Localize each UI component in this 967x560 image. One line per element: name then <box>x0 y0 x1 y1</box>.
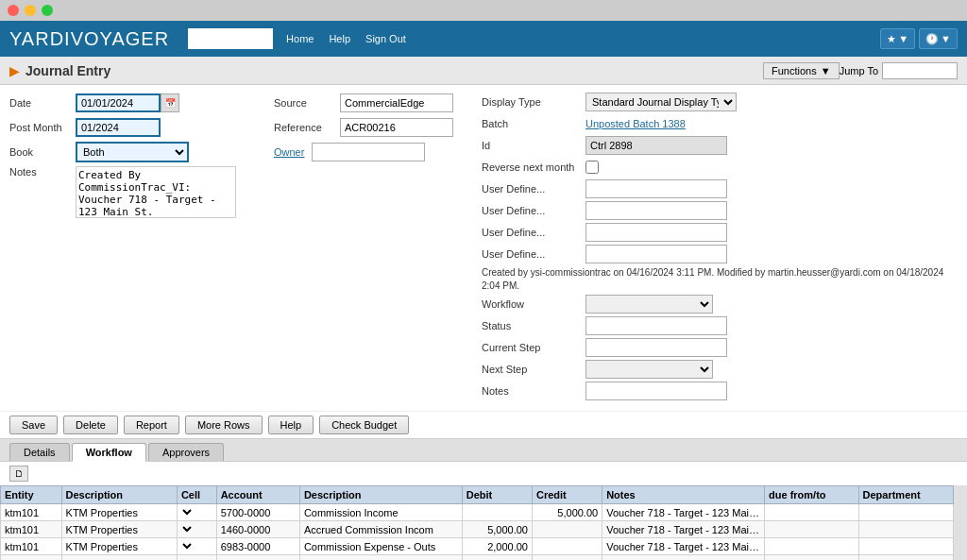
post-month-row: Post Month <box>9 117 255 138</box>
current-step-input[interactable] <box>585 338 727 357</box>
date-input[interactable] <box>76 93 161 112</box>
cell-cell[interactable] <box>177 504 216 521</box>
next-step-label: Next Step <box>482 364 585 375</box>
cell-desc2: Accrued Commission Incom <box>299 521 462 538</box>
book-label: Book <box>9 146 76 158</box>
cell-entity: ktm101 <box>1 521 62 538</box>
date-row: Date 📅 <box>9 93 255 113</box>
userdefine1-label: User Define... <box>482 183 585 195</box>
display-type-label: Display Type <box>482 96 585 108</box>
owner-input[interactable] <box>312 143 425 161</box>
owner-row: Owner <box>274 142 463 162</box>
batch-link[interactable]: Unposted Batch 1388 <box>585 118 686 129</box>
star-icon: ★ <box>887 33 896 45</box>
maximize-btn[interactable] <box>42 5 53 16</box>
id-row: Id <box>482 136 958 155</box>
table-row[interactable]: ktm101 KTM Properties 5700-0000 Commissi… <box>1 504 954 521</box>
current-step-label: Current Step <box>482 342 585 353</box>
id-input[interactable] <box>585 136 727 155</box>
nav-signout[interactable]: Sign Out <box>358 33 414 44</box>
table-toolbar: 🗋 <box>0 462 967 485</box>
reverse-label: Reverse next month <box>482 161 585 173</box>
cell-notes: Voucher 718 - Target - 123 Main St. <box>602 555 765 561</box>
cell-entity: ktm101 <box>1 555 62 561</box>
cell-due <box>765 538 859 555</box>
post-month-label: Post Month <box>9 122 76 133</box>
userdefine4-row: User Define... <box>482 245 958 263</box>
post-month-input[interactable] <box>76 118 161 137</box>
table-row[interactable]: ktm101 KTM Properties 6983-0000 Commissi… <box>1 538 954 555</box>
tab-approvers[interactable]: Approvers <box>148 443 224 461</box>
help-button[interactable]: Help <box>268 416 314 434</box>
col-due: due from/to <box>765 486 859 504</box>
reference-label: Reference <box>274 122 340 133</box>
nav-right: ★ ▼ 🕐 ▼ <box>880 28 958 49</box>
clock-icon: 🕐 <box>925 33 939 45</box>
cell-credit: 5,000.00 <box>532 504 602 521</box>
star-dropdown-icon: ▼ <box>898 33 908 44</box>
report-button[interactable]: Report <box>124 416 179 434</box>
cell-entity: ktm101 <box>1 504 62 521</box>
book-select[interactable]: Both Cash Accrual <box>76 142 189 162</box>
cell-dept <box>858 504 953 521</box>
table-row[interactable]: ktm101 KTM Properties 1460-0000 Accrued … <box>1 521 954 538</box>
notes-row: Notes Created By CommissionTrac_VI: Vouc… <box>9 166 255 218</box>
tab-workflow[interactable]: Workflow <box>72 443 146 462</box>
id-label: Id <box>482 140 585 151</box>
display-type-select[interactable]: Standard Journal Display Typ <box>585 93 737 111</box>
form-right: Display Type Standard Journal Display Ty… <box>482 93 958 403</box>
cell-notes: Voucher 718 - Target - 123 Main St. <box>602 521 765 538</box>
cell-cell[interactable] <box>177 521 216 538</box>
clock-button[interactable]: 🕐 ▼ <box>919 28 958 49</box>
userdefine1-input[interactable] <box>585 179 727 198</box>
userdefine3-input[interactable] <box>585 223 727 242</box>
cell-account: 2039-0000 <box>216 555 299 561</box>
functions-label: Functions <box>772 65 817 76</box>
functions-button[interactable]: Functions ▼ <box>763 62 840 79</box>
table-export-button[interactable]: 🗋 <box>9 466 28 482</box>
notes2-input[interactable] <box>585 382 727 400</box>
nav-home[interactable]: Home <box>279 33 321 44</box>
jump-to-input[interactable] <box>882 62 958 79</box>
delete-button[interactable]: Delete <box>63 416 118 434</box>
cell-debit <box>462 504 532 521</box>
star-button[interactable]: ★ ▼ <box>880 28 915 49</box>
status-input[interactable] <box>585 316 727 335</box>
cell-entity: ktm101 <box>1 538 62 555</box>
next-step-select[interactable] <box>585 360 713 379</box>
batch-label: Batch <box>482 118 585 129</box>
cell-debit: 5,000.00 <box>462 521 532 538</box>
check-budget-button[interactable]: Check Budget <box>319 416 409 434</box>
workflow-select[interactable] <box>585 295 713 314</box>
reference-input[interactable] <box>340 118 453 137</box>
col-debit: Debit <box>462 486 532 504</box>
userdefine2-input[interactable] <box>585 201 727 220</box>
owner-link[interactable]: Owner <box>274 146 304 158</box>
date-picker-button[interactable]: 📅 <box>161 93 179 112</box>
table-row[interactable]: ktm101 KTM Properties 2039-0000 Accrued … <box>1 555 954 561</box>
nav-search-input[interactable] <box>188 28 273 49</box>
workflow-row: Workflow <box>482 295 958 314</box>
tab-details[interactable]: Details <box>9 443 70 461</box>
nav-help[interactable]: Help <box>321 33 358 44</box>
vertical-scrollbar[interactable] <box>954 485 967 560</box>
cell-account: 1460-0000 <box>216 521 299 538</box>
reverse-checkbox[interactable] <box>585 161 599 174</box>
cell-desc2: Commission Expense - Outs <box>299 538 462 555</box>
journal-table: Entity Description Cell Account Descript… <box>0 485 954 560</box>
source-input[interactable] <box>340 93 453 112</box>
save-button[interactable]: Save <box>9 416 58 434</box>
cell-cell[interactable] <box>177 555 216 561</box>
userdefine4-input[interactable] <box>585 245 727 263</box>
more-rows-button[interactable]: More Rows <box>185 416 263 434</box>
cell-description: KTM Properties <box>61 521 177 538</box>
close-btn[interactable] <box>8 5 19 16</box>
reference-row: Reference <box>274 117 463 138</box>
main-form: Date 📅 Post Month Book Both Cash Accrual… <box>0 85 967 411</box>
notes-textarea[interactable]: Created By CommissionTrac_VI: Voucher 71… <box>76 166 236 218</box>
cell-cell[interactable] <box>177 538 216 555</box>
page-arrow-icon: ▶ <box>9 63 20 78</box>
minimize-btn[interactable] <box>25 5 36 16</box>
titlebar <box>0 0 967 21</box>
logo-voyager: VOYAGER <box>71 28 169 49</box>
